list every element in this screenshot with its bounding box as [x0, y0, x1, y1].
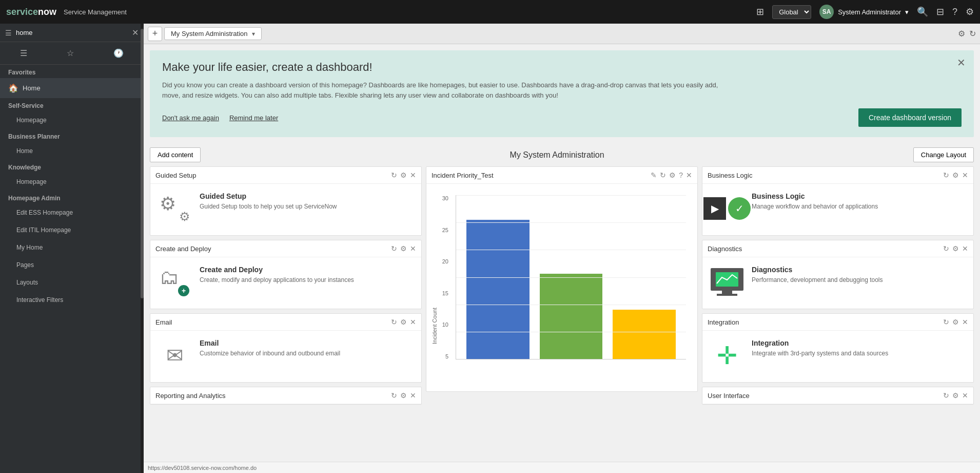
- widget-close-icon-9[interactable]: ✕: [962, 391, 968, 400]
- widget-business-logic-header: Business Logic ↻ ⚙ ✕: [702, 167, 973, 184]
- remind-later-link[interactable]: Remind me later: [229, 114, 278, 122]
- integration-cross-icon: ✛: [717, 341, 737, 370]
- banner-title: Make your life easier, create a dashboar…: [162, 61, 962, 74]
- sidebar-star-icon[interactable]: ☆: [63, 46, 78, 60]
- change-layout-button[interactable]: Change Layout: [913, 147, 974, 162]
- settings-icon[interactable]: ⚙: [966, 6, 974, 17]
- widget-close-icon-2[interactable]: ✕: [410, 244, 416, 253]
- add-tab-button[interactable]: +: [148, 27, 162, 41]
- tab-refresh-icon[interactable]: ↻: [969, 29, 976, 39]
- sidebar-clear-icon[interactable]: ✕: [132, 28, 139, 37]
- widget-business-logic-name: Business Logic: [752, 192, 878, 200]
- global-scope-select[interactable]: Global: [772, 5, 811, 19]
- widget-refresh-icon-1[interactable]: ↻: [391, 171, 397, 179]
- widget-edit-icon[interactable]: ✎: [651, 171, 657, 179]
- section-homepage-admin: Homepage Admin: [0, 191, 144, 204]
- sidebar-item-bp-home[interactable]: Home: [0, 142, 144, 160]
- sidebar-item-my-home[interactable]: My Home: [0, 239, 144, 256]
- email-envelope-icon: ✉: [166, 344, 184, 367]
- dont-ask-link[interactable]: Don't ask me again: [162, 114, 219, 122]
- sidebar-item-layouts[interactable]: Layouts: [0, 274, 144, 291]
- widget-gear-icon-9[interactable]: ⚙: [952, 391, 959, 400]
- widget-integration-desc: Integrate with 3rd-party systems and dat…: [752, 349, 888, 358]
- widget-close-icon-4[interactable]: ✕: [410, 391, 416, 400]
- gear-small-icon: ⚙: [179, 210, 190, 224]
- play-icon: ▶: [703, 197, 726, 220]
- sidebar-list-icon[interactable]: ☰: [16, 46, 31, 60]
- fullscreen-icon[interactable]: ⊞: [756, 6, 764, 17]
- y-label-5: 5: [445, 353, 448, 360]
- search-icon[interactable]: 🔍: [917, 6, 928, 17]
- widget-gear-icon-5[interactable]: ⚙: [669, 171, 676, 179]
- widget-close-icon-6[interactable]: ✕: [962, 171, 968, 179]
- sidebar-search-input[interactable]: [16, 29, 128, 36]
- widget-guided-setup-name: Guided Setup: [200, 192, 337, 200]
- sidebar-item-home[interactable]: 🏠 Home: [0, 78, 144, 98]
- widget-gear-icon-6[interactable]: ⚙: [952, 171, 959, 179]
- widget-refresh-icon-7[interactable]: ↻: [943, 244, 949, 253]
- widget-gear-icon-4[interactable]: ⚙: [400, 391, 407, 400]
- stack-icon: 🗂: [160, 267, 179, 289]
- help-icon[interactable]: ?: [952, 7, 957, 17]
- widget-business-logic-desc: Manage workflow and behavior of applicat…: [752, 202, 878, 211]
- y-label-30: 30: [442, 195, 448, 201]
- widget-close-icon-8[interactable]: ✕: [962, 318, 968, 326]
- sidebar-item-homepage-1[interactable]: Homepage: [0, 111, 144, 129]
- widget-refresh-icon-3[interactable]: ↻: [391, 318, 397, 326]
- widget-user-interface-title: User Interface: [708, 392, 940, 400]
- sidebar-item-pages[interactable]: Pages: [0, 256, 144, 274]
- widget-refresh-icon-5[interactable]: ↻: [660, 171, 666, 179]
- sidebar-item-interactive-filters-label: Interactive Filters: [16, 296, 63, 304]
- widget-help-icon-5[interactable]: ?: [679, 171, 683, 179]
- sidebar-search-area: ☰ ✕: [0, 24, 144, 42]
- widget-gear-icon-2[interactable]: ⚙: [400, 244, 407, 253]
- widget-refresh-icon-8[interactable]: ↻: [943, 318, 949, 326]
- sidebar-item-knowledge-homepage[interactable]: Homepage: [0, 173, 144, 191]
- widget-refresh-icon-6[interactable]: ↻: [943, 171, 949, 179]
- diagnostics-icon: [711, 266, 743, 298]
- widget-reporting-title: Reporting and Analytics: [155, 392, 388, 400]
- grid-line-6: [456, 332, 686, 332]
- widget-refresh-icon-4[interactable]: ↻: [391, 391, 397, 400]
- banner-close-icon[interactable]: ✕: [957, 56, 966, 69]
- tab-dropdown-icon[interactable]: ▾: [252, 30, 255, 37]
- banner-actions: Don't ask me again Remind me later Creat…: [162, 108, 962, 127]
- sidebar-item-layouts-label: Layouts: [16, 279, 38, 286]
- section-favorites: Favorites: [0, 65, 144, 78]
- widget-close-icon-5[interactable]: ✕: [686, 171, 692, 179]
- widget-refresh-icon-2[interactable]: ↻: [391, 244, 397, 253]
- sidebar-item-knowledge-label: Homepage: [16, 178, 47, 185]
- widget-close-icon-1[interactable]: ✕: [410, 171, 416, 179]
- sidebar-item-pages-label: Pages: [16, 261, 34, 269]
- widget-refresh-icon-9[interactable]: ↻: [943, 391, 949, 400]
- connect-icon[interactable]: ⊟: [936, 6, 944, 17]
- user-menu[interactable]: SA System Administrator ▾: [819, 5, 909, 19]
- sidebar-history-icon[interactable]: 🕐: [109, 46, 128, 60]
- widget-business-logic-info: Business Logic Manage workflow and behav…: [752, 192, 878, 211]
- sidebar-item-edit-ess[interactable]: Edit ESS Homepage: [0, 204, 144, 221]
- widget-gear-icon-1[interactable]: ⚙: [400, 171, 407, 179]
- tab-settings-icon[interactable]: ⚙: [958, 29, 965, 39]
- widget-gear-icon-3[interactable]: ⚙: [400, 318, 407, 326]
- widget-email-body: ✉ Email Customize behavior of inbound an…: [150, 331, 421, 382]
- sidebar-item-interactive-filters[interactable]: Interactive Filters: [0, 291, 144, 309]
- service-management-label: Service Management: [64, 8, 127, 16]
- widget-diagnostics-desc: Performance, development and debugging t…: [752, 276, 883, 285]
- chart-plot-area: [456, 195, 686, 360]
- widget-guided-setup-info: Guided Setup Guided Setup tools to help …: [200, 192, 337, 211]
- widget-integration-name: Integration: [752, 339, 888, 347]
- add-content-button[interactable]: Add content: [150, 147, 201, 162]
- widget-close-icon-3[interactable]: ✕: [410, 318, 416, 326]
- widget-gear-icon-8[interactable]: ⚙: [952, 318, 959, 326]
- tab-my-system-admin[interactable]: My System Administration ▾: [164, 27, 262, 40]
- widget-gear-icon-7[interactable]: ⚙: [952, 244, 959, 253]
- sidebar-search-icon: ☰: [5, 29, 12, 37]
- sidebar-item-edit-itil[interactable]: Edit ITIL Homepage: [0, 221, 144, 239]
- widget-close-icon-7[interactable]: ✕: [962, 244, 968, 253]
- create-dashboard-button[interactable]: Create dashboard version: [858, 108, 962, 127]
- sidebar-item-bp-home-label: Home: [16, 147, 33, 155]
- widget-integration-header: Integration ↻ ⚙ ✕: [702, 314, 973, 331]
- widget-email-header: Email ↻ ⚙ ✕: [150, 314, 421, 331]
- widget-create-deploy-title: Create and Deploy: [155, 245, 388, 253]
- sidebar-item-homepage-1-label: Homepage: [16, 117, 47, 124]
